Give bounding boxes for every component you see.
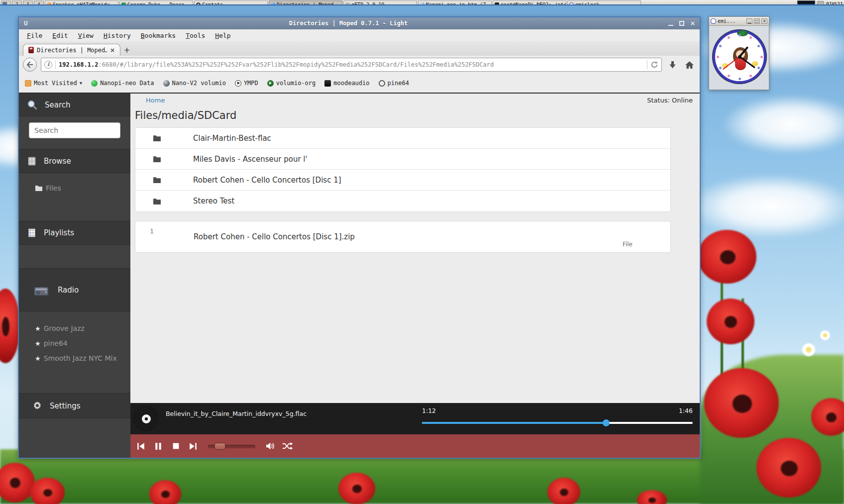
menu-file[interactable]: File	[23, 30, 46, 41]
clock-tick	[719, 67, 722, 69]
emiclock-titlebar[interactable]: emi... ▁ □ ×	[709, 17, 769, 26]
folder-row-clair-martin[interactable]: Clair-Martin-Best-flac	[135, 128, 670, 149]
shuffle-button[interactable]	[282, 442, 293, 451]
volume-handle[interactable]	[214, 443, 225, 450]
emiclock-maximize-button[interactable]: □	[754, 18, 760, 24]
site-info-icon[interactable]: i	[44, 61, 52, 69]
folder-row-miles-davis[interactable]: Miles Davis - Ascenseur pour l'	[135, 149, 670, 170]
radio-section-label: Radio	[58, 286, 79, 295]
workspace-button-2[interactable]: 2	[12, 0, 22, 5]
back-button[interactable]	[23, 58, 37, 72]
gear-icon	[32, 401, 43, 411]
workspace-button-3[interactable]: 3	[23, 0, 33, 5]
menu-tools[interactable]: Tools	[182, 30, 209, 41]
vinyl-record-icon	[132, 405, 160, 432]
pause-button[interactable]	[153, 442, 164, 451]
tray-icon[interactable]	[817, 1, 824, 5]
folder-row-stereo-test[interactable]: Stereo Test	[135, 191, 670, 211]
task-button-terminal[interactable]: root@NanoPi-NEO2: /etc	[493, 0, 566, 5]
emiclock-close-button[interactable]: ×	[761, 18, 767, 24]
poppy-flower	[707, 299, 754, 344]
bookmark-volumio-org[interactable]: volumio-org	[267, 80, 316, 87]
sidebar-section-radio[interactable]: Radio	[19, 269, 130, 311]
emiclock-minimize-button[interactable]: ▁	[746, 18, 752, 24]
emiclock-window-icon	[711, 18, 716, 24]
sidebar-section-playlists[interactable]: Playlists	[19, 221, 130, 245]
poppy-flower	[698, 230, 756, 284]
search-input[interactable]	[29, 122, 120, 138]
download-button[interactable]	[666, 58, 679, 71]
workspace-button-1[interactable]: 1	[1, 0, 11, 5]
task-button-emiclock[interactable]: emiclock	[567, 0, 641, 5]
volume-slider[interactable]	[208, 443, 255, 450]
minimize-button[interactable]	[667, 20, 675, 27]
clock-tick	[749, 36, 752, 39]
window-titlebar[interactable]: U Directories | Moped 0.7.1 - Light ×	[19, 17, 700, 29]
menu-help[interactable]: Help	[211, 30, 234, 41]
menu-view[interactable]: View	[74, 30, 98, 41]
dark-site-icon	[324, 80, 331, 87]
bookmark-nanopi-neo-data[interactable]: Nanopi-neo Data	[91, 80, 154, 87]
seek-slider[interactable]	[422, 418, 693, 427]
stop-icon	[172, 442, 180, 450]
sidebar-filler	[19, 418, 130, 458]
task-button-gftp[interactable]: gFTP 2.0.19	[343, 0, 417, 5]
app-sidebar: Search Browse Files Playlists	[19, 94, 130, 458]
bookmark-most-visited[interactable]: Most Visited▼	[25, 80, 82, 87]
maximize-button[interactable]	[678, 20, 686, 27]
radio-icon	[34, 284, 49, 296]
elapsed-time: 1:12	[422, 407, 436, 414]
bookmark-nano-v2-volumio[interactable]: Nano-V2 volumio	[163, 80, 226, 87]
gftp-icon	[345, 2, 350, 6]
stop-button[interactable]	[170, 442, 181, 451]
task-button-nanopi-page[interactable]: Nanopi-neo-jp.htm (7...	[418, 0, 492, 5]
workspace-button-4[interactable]: 4	[34, 0, 44, 5]
tab-favicon	[28, 47, 34, 53]
station-groove-jazz[interactable]: ★Groove Jazz	[19, 324, 130, 332]
task-button-directories-active[interactable]: Directories | Moped...	[269, 0, 342, 5]
bookmark-pine64[interactable]: pine64	[379, 80, 409, 87]
sidebar-section-settings[interactable]: Settings	[19, 394, 130, 418]
bookmark-ympd[interactable]: YMPD	[235, 80, 258, 87]
radio-stations: ★Groove Jazz ★pine64 ★Smooth Jazz NYC Mi…	[19, 311, 130, 394]
status-badge: Status: Online	[647, 97, 693, 104]
sidebar-section-search[interactable]: Search	[19, 94, 130, 116]
task-button-cantata[interactable]: Cantata	[194, 0, 268, 5]
station-pine64[interactable]: ★pine64	[19, 339, 130, 347]
clock-hub	[738, 55, 741, 59]
url-bar[interactable]: i 192.168.1.2:6680/#/library/file%253A%2…	[41, 58, 662, 72]
tab-directories[interactable]: Directories | Moped… ×	[23, 44, 120, 56]
seek-handle[interactable]	[603, 419, 610, 426]
close-button[interactable]: ×	[689, 20, 697, 27]
emiclock-title: emi...	[718, 18, 745, 24]
folder-icon	[35, 185, 43, 192]
mute-button[interactable]	[265, 442, 276, 451]
station-smooth-jazz-nyc[interactable]: ★Smooth Jazz NYC Mix	[19, 354, 130, 362]
menu-bookmarks[interactable]: Bookmarks	[137, 30, 180, 41]
folder-row-robert-cohen[interactable]: Robert Cohen - Cello Concertos [Disc 1]	[135, 170, 670, 191]
next-button[interactable]	[188, 442, 199, 451]
file-row-zip[interactable]: 1 Robert Cohen - Cello Concertos [Disc 1…	[135, 221, 670, 252]
sidebar-section-browse[interactable]: Browse	[19, 149, 130, 173]
sidebar-item-files[interactable]: Files	[19, 184, 130, 192]
playlists-section-label: Playlists	[44, 228, 74, 237]
menu-history[interactable]: History	[100, 30, 135, 41]
url-host: 192.168.1.2	[59, 61, 98, 68]
folder-grid-icon	[25, 80, 31, 87]
url-text[interactable]: 192.168.1.2:6680/#/library/file%253A%252…	[59, 61, 644, 68]
breadcrumb-home-link[interactable]: Home	[146, 97, 165, 104]
taskbar-clock: 01時21	[826, 1, 843, 5]
task-button-george-duke[interactable]: George Duke - Peace...	[119, 0, 193, 5]
playlists-items	[19, 245, 130, 269]
search-section-label: Search	[45, 101, 71, 109]
previous-button[interactable]	[135, 442, 146, 451]
task-button-speaker-phat[interactable]: Speaker pHAT@Mopidy...	[45, 0, 118, 5]
new-tab-button[interactable]: +	[120, 45, 133, 56]
emiclock-window: emi... ▁ □ ×	[709, 16, 769, 90]
home-button[interactable]	[683, 58, 696, 71]
reload-icon[interactable]	[650, 61, 658, 69]
menu-edit[interactable]: Edit	[48, 30, 72, 41]
bookmark-moodeaudio[interactable]: moodeaudio	[324, 80, 369, 87]
clock-tick	[728, 36, 730, 39]
tab-close-icon[interactable]: ×	[110, 47, 115, 54]
